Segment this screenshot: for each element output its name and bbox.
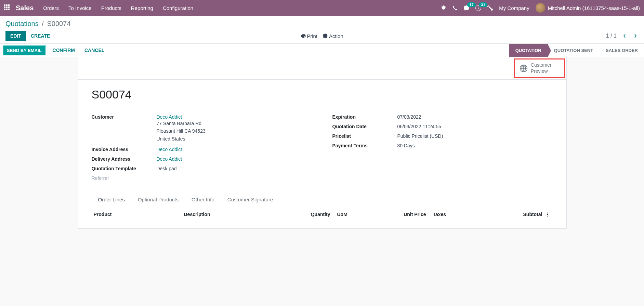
quotation-date-value: 06/03/2022 11:24:55: [397, 124, 441, 129]
delivery-address-link[interactable]: Deco Addict: [157, 156, 182, 162]
pager-prev[interactable]: [621, 34, 628, 38]
customer-label: Customer: [92, 114, 157, 120]
pricelist-value: Public Pricelist (USD): [397, 133, 443, 139]
menu-products[interactable]: Products: [101, 5, 121, 11]
breadcrumb-root[interactable]: Quotations: [5, 20, 39, 27]
top-nav: Sales Orders To Invoice Products Reporti…: [0, 0, 644, 16]
confirm-button[interactable]: CONFIRM: [48, 44, 80, 57]
breadcrumb-sep: /: [42, 20, 44, 27]
invoice-address-label: Invoice Address: [92, 147, 157, 152]
stage-quotation[interactable]: QUOTATION: [509, 44, 548, 57]
expiration-value: 07/03/2022: [397, 114, 421, 120]
button-box: Customer Preview: [78, 57, 566, 80]
app-brand[interactable]: Sales: [16, 4, 34, 12]
notebook-tabs: Order Lines Optional Products Other Info…: [92, 192, 553, 206]
col-quantity: Quantity: [289, 212, 330, 217]
col-taxes: Taxes: [426, 212, 488, 217]
right-column: Expiration 07/03/2022 Quotation Date 06/…: [332, 112, 553, 183]
tab-optional-products[interactable]: Optional Products: [131, 193, 185, 206]
user-menu[interactable]: Mitchell Admin (16113754-saas-15-1-all): [536, 3, 640, 13]
tab-other-info[interactable]: Other Info: [185, 193, 221, 206]
avatar-icon: [536, 3, 545, 13]
expiration-label: Expiration: [332, 114, 397, 120]
col-subtotal: Subtotal: [488, 212, 542, 217]
payment-terms-label: Payment Terms: [332, 143, 397, 148]
action-button[interactable]: Action: [323, 33, 343, 39]
col-product: Product: [92, 212, 184, 217]
status-bar: SEND BY EMAIL CONFIRM CANCEL QUOTATION Q…: [0, 43, 644, 57]
left-column: Customer Deco Addict 77 Santa Barbara Rd…: [92, 112, 312, 183]
status-stages: QUOTATION QUOTATION SENT SALES ORDER: [509, 44, 644, 57]
payment-terms-value: 30 Days: [397, 143, 415, 148]
bug-icon[interactable]: [441, 5, 446, 11]
gear-icon: [323, 34, 328, 38]
print-icon: [301, 34, 305, 38]
kebab-icon[interactable]: ⋮: [542, 212, 553, 217]
table-header: Product Description Quantity UoM Unit Pr…: [92, 209, 553, 220]
referrer-label: Referrer: [92, 175, 157, 181]
user-name: Mitchell Admin (16113754-saas-15-1-all): [548, 5, 640, 11]
chat-icon[interactable]: 17: [464, 5, 469, 11]
globe-icon: [520, 65, 527, 72]
pricelist-label: Pricelist: [332, 133, 397, 139]
pager-next[interactable]: [632, 34, 639, 38]
pager-text: 1 / 1: [606, 33, 617, 39]
tab-customer-signature[interactable]: Customer Signature: [221, 193, 279, 206]
stage-sales-order[interactable]: SALES ORDER: [599, 44, 644, 57]
stat-line1: Customer: [531, 62, 552, 68]
col-uom: UoM: [330, 212, 371, 217]
customer-addr1: 77 Santa Barbara Rd: [157, 120, 206, 127]
company-selector[interactable]: My Company: [499, 5, 529, 11]
stat-line2: Preview: [531, 68, 552, 75]
create-button[interactable]: CREATE: [26, 31, 55, 41]
customer-preview-button[interactable]: Customer Preview: [514, 58, 565, 78]
main-menu: Orders To Invoice Products Reporting Con…: [43, 5, 193, 11]
order-lines-table: Product Description Quantity UoM Unit Pr…: [92, 209, 553, 220]
apps-icon[interactable]: [4, 4, 11, 11]
send-by-email-button[interactable]: SEND BY EMAIL: [3, 45, 46, 55]
activity-badge: 31: [479, 2, 487, 7]
quotation-date-label: Quotation Date: [332, 124, 397, 129]
form-sheet: Customer Preview S00074 Customer Deco Ad…: [78, 57, 567, 229]
edit-button[interactable]: EDIT: [5, 31, 26, 41]
menu-orders[interactable]: Orders: [43, 5, 59, 11]
print-button[interactable]: Print: [301, 33, 317, 39]
invoice-address-link[interactable]: Deco Addict: [157, 147, 182, 152]
col-unit-price: Unit Price: [371, 212, 426, 217]
quotation-template-label: Quotation Template: [92, 166, 157, 171]
cancel-button[interactable]: CANCEL: [80, 44, 109, 57]
menu-reporting[interactable]: Reporting: [131, 5, 153, 11]
quotation-template-value: Desk pad: [157, 166, 177, 171]
record-title: S00074: [92, 88, 553, 101]
breadcrumb-current: S00074: [47, 20, 70, 27]
menu-configuration[interactable]: Configuration: [163, 5, 193, 11]
delivery-address-label: Delivery Address: [92, 156, 157, 162]
customer-addr2: Pleasant Hill CA 94523: [157, 127, 206, 135]
chat-badge: 17: [467, 2, 475, 7]
activity-icon[interactable]: 31: [475, 5, 481, 11]
phone-icon[interactable]: [452, 5, 458, 11]
customer-link[interactable]: Deco Addict: [157, 114, 182, 120]
wrench-icon[interactable]: [487, 5, 493, 11]
menu-to-invoice[interactable]: To Invoice: [68, 5, 92, 11]
col-description: Description: [184, 212, 289, 217]
customer-addr3: United States: [157, 135, 206, 143]
control-bar: Quotations / S00074 EDIT CREATE Print Ac…: [0, 16, 644, 43]
breadcrumb: Quotations / S00074: [5, 20, 639, 28]
chevron-right-icon: [634, 34, 637, 38]
chevron-left-icon: [623, 34, 626, 38]
stage-quotation-sent[interactable]: QUOTATION SENT: [548, 44, 599, 57]
tab-order-lines[interactable]: Order Lines: [92, 193, 131, 206]
